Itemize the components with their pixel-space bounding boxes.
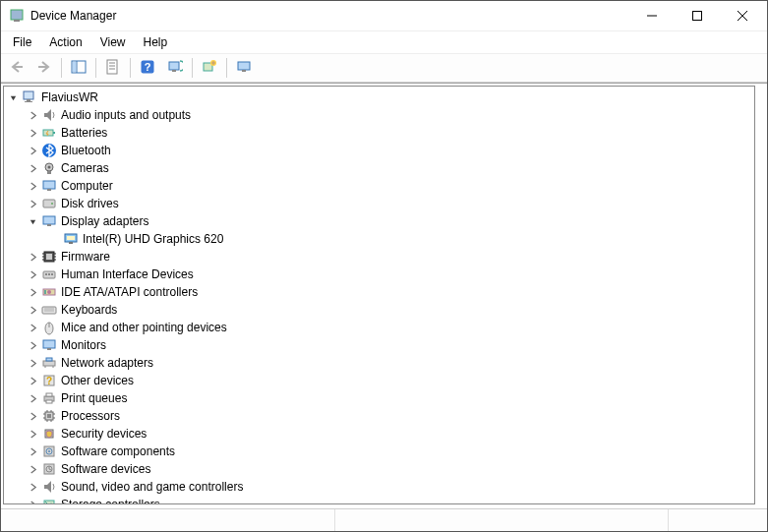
firmware-icon [41, 249, 57, 265]
status-cell [335, 509, 670, 531]
chevron-right-icon[interactable] [26, 161, 39, 175]
toolbar-console-tree-button[interactable] [66, 55, 91, 81]
tree-node-label: Disk drives [61, 197, 125, 210]
tree-node-label: Cameras [61, 161, 115, 175]
svg-point-56 [47, 290, 51, 294]
chevron-right-icon[interactable] [26, 391, 39, 405]
svg-rect-29 [53, 132, 55, 134]
chevron-right-icon[interactable] [26, 374, 39, 387]
chevron-right-icon[interactable] [26, 179, 39, 193]
ide-icon [41, 284, 57, 300]
toolbar-separator [192, 58, 193, 78]
tree-category-node[interactable]: Monitors [4, 336, 754, 354]
tree-category-node[interactable]: IDE ATA/ATAPI controllers [4, 283, 754, 301]
device-tree[interactable]: FlaviusWRAudio inputs and outputsBatteri… [3, 86, 755, 504]
tree-category-node[interactable]: Network adapters [4, 354, 754, 372]
chevron-right-icon[interactable] [26, 409, 39, 423]
tree-category-node[interactable]: Software devices [4, 460, 754, 478]
svg-rect-26 [27, 99, 30, 101]
storage-icon [41, 497, 57, 504]
menu-file[interactable]: File [5, 33, 39, 51]
svg-point-32 [48, 166, 51, 169]
hid-icon [41, 266, 57, 282]
toolbar-forward-button[interactable] [31, 55, 57, 81]
toolbar: ? [1, 54, 767, 83]
print-icon [41, 390, 57, 406]
swcomp-icon [41, 443, 57, 459]
toolbar-properties-button[interactable] [100, 55, 126, 81]
other-icon: ? [41, 373, 57, 388]
chevron-right-icon[interactable] [26, 144, 39, 157]
tree-category-node[interactable]: Cameras [4, 159, 754, 177]
tree-category-node[interactable]: Storage controllers [4, 496, 754, 504]
menu-help[interactable]: Help [136, 33, 176, 51]
chevron-right-icon[interactable] [26, 356, 39, 370]
toolbar-view-button[interactable] [231, 55, 257, 81]
chevron-right-icon[interactable] [26, 126, 39, 140]
tree-node-label: Batteries [61, 126, 113, 140]
close-button[interactable] [720, 1, 765, 30]
display-device-icon [63, 231, 79, 247]
toolbar-help-button[interactable]: ? [135, 55, 160, 81]
svg-rect-24 [242, 70, 246, 72]
chevron-right-icon[interactable] [26, 480, 39, 494]
chevron-down-icon[interactable] [6, 90, 20, 104]
panel-icon [71, 59, 87, 78]
chevron-right-icon[interactable] [26, 250, 39, 264]
tree-node-label: FlaviusWR [41, 90, 104, 104]
tree-category-node[interactable]: Processors [4, 407, 754, 425]
chevron-right-icon[interactable] [26, 444, 39, 458]
maximize-button[interactable] [675, 1, 720, 30]
tree-category-node[interactable]: Human Interface Devices [4, 266, 754, 283]
tree-category-node[interactable]: Disk drives [4, 195, 754, 212]
chevron-down-icon[interactable] [26, 214, 39, 228]
chevron-right-icon[interactable] [26, 338, 39, 352]
window-title: Device Manager [30, 9, 629, 23]
tree-category-node[interactable]: Bluetooth [4, 142, 754, 159]
toolbar-scan-button[interactable] [162, 55, 188, 81]
svg-rect-17 [169, 62, 179, 70]
tree-category-node[interactable]: ?Other devices [4, 372, 754, 389]
toolbar-back-button[interactable] [4, 55, 30, 81]
toolbar-add-legacy-button[interactable] [197, 55, 222, 81]
tree-category-node[interactable]: Firmware [4, 248, 754, 266]
tree-node-label: Audio inputs and outputs [61, 108, 197, 122]
tree-category-node[interactable]: Security devices [4, 425, 754, 443]
chevron-right-icon[interactable] [26, 498, 39, 504]
svg-rect-64 [47, 348, 51, 350]
tree-category-node[interactable]: Mice and other pointing devices [4, 319, 754, 336]
tree-category-node[interactable]: Sound, video and game controllers [4, 478, 754, 496]
svg-rect-10 [73, 62, 76, 72]
tree-root-node[interactable]: FlaviusWR [4, 89, 754, 106]
tree-node-label: Firmware [61, 250, 116, 264]
display-icon [41, 213, 57, 229]
tree-category-node[interactable]: Software components [4, 443, 754, 460]
chevron-right-icon[interactable] [26, 108, 39, 122]
tree-category-node[interactable]: Keyboards [4, 301, 754, 319]
app-icon [9, 8, 25, 24]
chevron-right-icon[interactable] [26, 321, 39, 334]
tree-category-node[interactable]: Batteries [4, 124, 754, 142]
toolbar-separator [130, 58, 131, 78]
tree-category-node[interactable]: Computer [4, 177, 754, 195]
tree-category-node[interactable]: Print queues [4, 389, 754, 407]
chevron-right-icon[interactable] [26, 303, 39, 317]
chevron-right-icon[interactable] [26, 427, 39, 441]
menu-action[interactable]: Action [41, 33, 89, 51]
svg-text:?: ? [145, 61, 151, 73]
tree-node-label: Keyboards [61, 303, 123, 317]
menu-view[interactable]: View [92, 33, 134, 51]
chevron-right-icon[interactable] [26, 462, 39, 476]
chevron-right-icon[interactable] [26, 197, 39, 210]
chevron-right-icon[interactable] [26, 267, 39, 281]
tree-node-label: Processors [61, 409, 126, 423]
svg-rect-42 [67, 236, 75, 240]
tree-node-label: Network adapters [61, 356, 159, 370]
minimize-button[interactable] [629, 1, 675, 30]
tree-node-label: Monitors [61, 338, 112, 352]
svg-rect-41 [69, 242, 73, 244]
chevron-right-icon[interactable] [26, 285, 39, 299]
tree-device-node[interactable]: Intel(R) UHD Graphics 620 [4, 230, 754, 248]
tree-category-node[interactable]: Audio inputs and outputs [4, 106, 754, 124]
tree-category-node[interactable]: Display adapters [4, 212, 754, 230]
